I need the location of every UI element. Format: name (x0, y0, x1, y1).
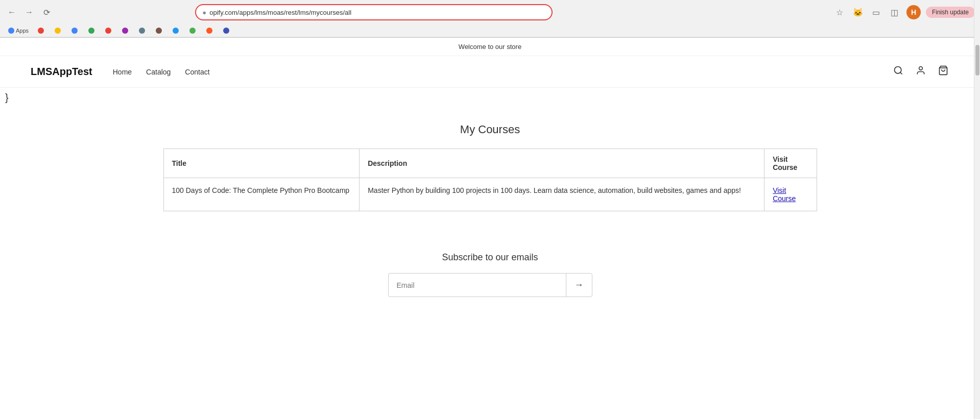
sidebar-button[interactable]: ◫ (888, 6, 901, 19)
bookmark-5[interactable]: ​​​​​ (85, 27, 99, 35)
bookmark-icon (206, 28, 212, 34)
bookmark-11[interactable]: ​​​​​​ (186, 27, 200, 35)
svg-point-0 (895, 67, 901, 73)
lock-icon: ● (202, 9, 206, 16)
bookmark-icon (55, 28, 61, 34)
bookmark-10[interactable]: ​​​​ (170, 27, 183, 35)
bookmark-13[interactable]: ​​​​​​ (220, 27, 234, 35)
visit-course-cell: VisitCourse (764, 178, 817, 211)
cart-icon (938, 65, 948, 76)
store-banner: Welcome to our store (0, 38, 980, 56)
page-title: My Courses (163, 123, 817, 136)
extensions-button[interactable]: ▭ (870, 6, 883, 19)
back-button[interactable]: ← (5, 6, 18, 19)
extension-cat-button[interactable]: 🐱 (851, 6, 865, 19)
subscribe-title: Subscribe to our emails (31, 252, 949, 263)
course-title-cell: 100 Days of Code: The Complete Python Pr… (163, 178, 360, 211)
finish-update-button[interactable]: Finish update (926, 7, 975, 18)
bookmark-icon (71, 28, 78, 34)
bookmark-apps[interactable]: Apps (5, 27, 32, 35)
bookmarks-bar: Apps ​​​​ ​​​ ​​​​​ ​​​​​ ​​​​​​ ​​​​​​​ (0, 24, 980, 37)
site-nav-icons (892, 64, 949, 79)
table-header-row: Title Description VisitCourse (163, 149, 817, 178)
svg-line-1 (900, 72, 902, 75)
column-header-title: Title (163, 149, 360, 178)
account-button[interactable] (915, 64, 927, 79)
bookmark-2[interactable]: ​​​​ (35, 27, 49, 35)
site-logo: LMSAppTest (31, 66, 92, 78)
search-icon (893, 65, 903, 76)
reload-button[interactable]: ⟳ (40, 6, 53, 19)
site-nav-links: Home Catalog Contact (113, 68, 210, 76)
bookmark-icon (88, 28, 94, 34)
cart-button[interactable] (937, 64, 949, 79)
search-button[interactable] (892, 64, 904, 79)
bookmark-icon (139, 28, 145, 34)
column-header-description: Description (360, 149, 764, 178)
scrollbar[interactable] (974, 0, 980, 317)
address-bar[interactable]: ● opify.com/apps/lms/moas/rest/lms/mycou… (195, 4, 553, 20)
course-table: Title Description VisitCourse 100 Days o… (163, 149, 817, 211)
bookmark-8[interactable]: ​​​​​ (136, 27, 150, 35)
browser-right-icons: ☆ 🐱 ▭ ◫ H Finish update (833, 5, 975, 19)
bookmark-12[interactable]: ​​​​​ (203, 27, 217, 35)
forward-button[interactable]: → (22, 6, 36, 19)
browser-toolbar: ← → ⟳ ● opify.com/apps/lms/moas/rest/lms… (0, 0, 980, 24)
bookmark-4[interactable]: ​​​​​ (68, 27, 82, 35)
url-text: opify.com/apps/lms/moas/rest/lms/mycours… (209, 9, 545, 16)
bookmark-icon (105, 28, 111, 34)
bookmark-icon (8, 28, 14, 34)
email-form: → (388, 273, 592, 297)
svg-point-2 (919, 67, 923, 70)
nav-catalog[interactable]: Catalog (146, 68, 171, 76)
bookmark-7[interactable]: ​​​​​​​ (119, 27, 133, 35)
nav-home[interactable]: Home (113, 68, 132, 76)
bookmark-icon (173, 28, 179, 34)
subscribe-section: Subscribe to our emails → (0, 227, 980, 317)
email-input[interactable] (389, 275, 566, 295)
bookmark-9[interactable]: ​​​​​​ (153, 27, 166, 35)
nav-contact[interactable]: Contact (185, 68, 209, 76)
bookmark-icon (156, 28, 162, 34)
table-row: 100 Days of Code: The Complete Python Pr… (163, 178, 817, 211)
bookmark-star-button[interactable]: ☆ (833, 6, 846, 19)
left-brace-text: } (0, 88, 980, 108)
bookmark-icon (189, 28, 196, 34)
profile-avatar-button[interactable]: H (906, 5, 921, 19)
scrollbar-thumb[interactable] (975, 45, 979, 76)
bookmark-icon (38, 28, 44, 34)
bookmark-6[interactable]: ​​​​​​ (102, 27, 116, 35)
user-icon (916, 65, 926, 76)
bookmark-3[interactable]: ​​​ (52, 27, 65, 35)
email-submit-button[interactable]: → (566, 274, 592, 297)
visit-course-link[interactable]: VisitCourse (773, 186, 796, 203)
page-content: Welcome to our store LMSAppTest Home Cat… (0, 38, 980, 317)
column-header-visit-course: VisitCourse (764, 149, 817, 178)
bookmark-icon (223, 28, 229, 34)
browser-chrome: ← → ⟳ ● opify.com/apps/lms/moas/rest/lms… (0, 0, 980, 38)
site-navbar: LMSAppTest Home Catalog Contact (0, 56, 980, 88)
main-content: My Courses Title Description VisitCourse… (133, 108, 848, 227)
bookmark-icon (122, 28, 128, 34)
course-description-cell: Master Python by building 100 projects i… (360, 178, 764, 211)
